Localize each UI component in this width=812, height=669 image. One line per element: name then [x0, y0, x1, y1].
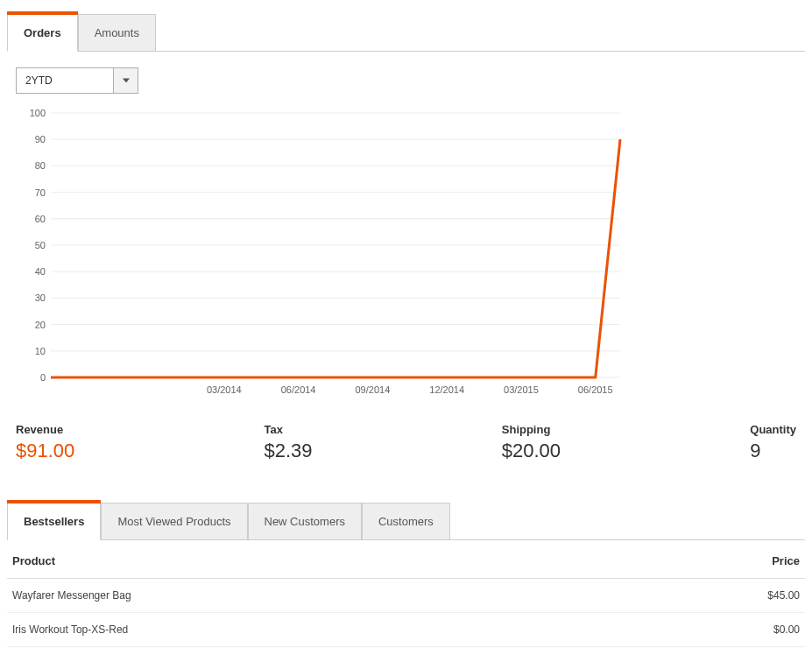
table-row[interactable]: Iris Workout Top-XS-Red$0.00 — [7, 613, 805, 647]
svg-text:60: 60 — [35, 214, 46, 224]
tab-customers[interactable]: Customers — [362, 503, 450, 540]
col-price: Price — [772, 554, 800, 567]
svg-text:80: 80 — [35, 160, 46, 171]
svg-text:0: 0 — [40, 372, 46, 383]
svg-text:03/2014: 03/2014 — [207, 384, 242, 395]
period-dropdown-label: 2YTD — [17, 68, 113, 93]
bottom-tabs: Bestsellers Most Viewed Products New Cus… — [7, 503, 805, 540]
svg-text:30: 30 — [35, 292, 46, 303]
orders-chart: 010203040506070809010003/201406/201409/2… — [16, 104, 629, 402]
svg-text:70: 70 — [35, 187, 46, 198]
svg-text:20: 20 — [35, 320, 46, 330]
stat-tax-label: Tax — [265, 423, 313, 436]
stat-shipping-value: $20.00 — [502, 440, 561, 462]
cell-product: Wayfarer Messenger Bag — [12, 589, 131, 602]
svg-text:50: 50 — [35, 240, 46, 250]
stat-tax: Tax $2.39 — [265, 423, 313, 462]
tab-orders[interactable]: Orders — [7, 14, 78, 52]
cell-product: Iris Workout Top-XS-Red — [12, 623, 128, 636]
svg-text:06/2015: 06/2015 — [578, 384, 613, 395]
table-header: Product Price — [7, 544, 805, 579]
stat-quantity-label: Quantity — [750, 423, 796, 436]
svg-text:90: 90 — [35, 134, 46, 144]
stat-quantity: Quantity 9 — [750, 423, 796, 462]
summary-stats: Revenue $91.00 Tax $2.39 Shipping $20.00… — [7, 402, 805, 489]
tab-bestsellers[interactable]: Bestsellers — [7, 503, 101, 540]
stat-shipping-label: Shipping — [502, 423, 561, 436]
main-tabs: Orders Amounts — [7, 14, 805, 52]
svg-text:100: 100 — [30, 108, 46, 118]
col-product: Product — [12, 554, 55, 567]
svg-text:40: 40 — [35, 266, 46, 277]
stat-revenue: Revenue $91.00 — [16, 423, 74, 462]
stat-revenue-label: Revenue — [16, 423, 74, 436]
stat-quantity-value: 9 — [750, 440, 796, 462]
table-row[interactable]: Wayfarer Messenger Bag$45.00 — [7, 579, 805, 613]
chevron-down-icon[interactable] — [113, 68, 138, 93]
svg-text:12/2014: 12/2014 — [429, 384, 464, 395]
stat-revenue-value: $91.00 — [16, 440, 74, 462]
period-dropdown[interactable]: 2YTD — [16, 67, 138, 94]
tab-most-viewed[interactable]: Most Viewed Products — [101, 503, 247, 540]
cell-price: $45.00 — [767, 589, 800, 602]
stat-tax-value: $2.39 — [265, 440, 313, 462]
tab-amounts[interactable]: Amounts — [78, 14, 156, 52]
tab-new-customers[interactable]: New Customers — [248, 503, 362, 540]
cell-price: $0.00 — [773, 623, 800, 636]
svg-text:06/2014: 06/2014 — [281, 384, 316, 395]
svg-text:09/2014: 09/2014 — [356, 384, 391, 395]
stat-shipping: Shipping $20.00 — [502, 423, 561, 462]
svg-text:10: 10 — [35, 346, 46, 356]
svg-text:03/2015: 03/2015 — [504, 384, 539, 395]
